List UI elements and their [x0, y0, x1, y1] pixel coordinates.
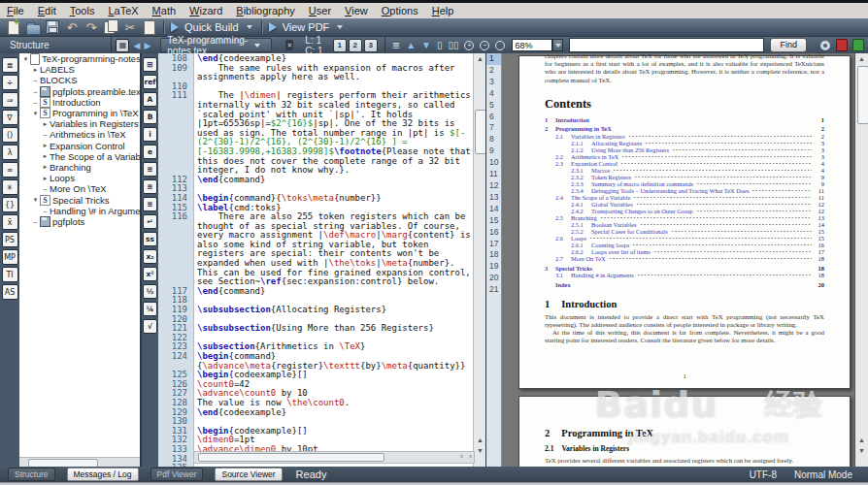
structure-tree-item[interactable]: ▾SSpecial Tricks — [19, 194, 140, 205]
pdf-page-number-1[interactable]: 1 — [486, 53, 501, 65]
menu-item-user[interactable]: User — [302, 5, 338, 16]
pdf-page-number-7[interactable]: 7 — [486, 122, 501, 134]
dfrac-icon[interactable]: ¼ — [143, 302, 157, 316]
toc-entry[interactable]: 2.3.3Summary of macro definition command… — [545, 180, 824, 187]
quick-build-run-icon[interactable] — [171, 22, 179, 32]
tikz-icon[interactable]: TI — [2, 267, 18, 282]
toc-entry[interactable]: 2.3.4Debugging Tools – Understanding and… — [545, 187, 824, 194]
pdf-vscroll-thumb[interactable] — [857, 66, 868, 124]
tabular-icon[interactable]: ⊞ — [143, 57, 157, 72]
quick-build-dropdown-icon[interactable] — [247, 25, 252, 29]
pdf-page-number-13[interactable]: 13 — [486, 192, 501, 204]
greek-letters-icon[interactable]: λ — [2, 145, 18, 160]
editor-horizontal-scrollbar[interactable]: ‹ › — [193, 451, 475, 464]
next-document-icon[interactable]: ▶ — [144, 41, 150, 50]
toc-entry[interactable]: 2.1.1Allocating Registers3 — [545, 140, 824, 146]
acrobat-icon[interactable] — [836, 39, 848, 51]
pdf-page-number-2[interactable]: 2 — [486, 65, 501, 77]
pdf-page-number-5[interactable]: 5 — [486, 100, 501, 112]
collapse-icon[interactable]: ▾ — [31, 110, 40, 117]
tab-dropdown-icon[interactable] — [254, 44, 260, 48]
toc-entry[interactable]: 2.5.1Boolean Variables14 — [545, 221, 824, 228]
editor-vertical-scrollbar[interactable]: ▲ ▲ ▼ — [473, 53, 485, 467]
scroll-left-icon[interactable]: ‹ — [460, 452, 463, 462]
panel-toggle-structure[interactable]: Structure — [8, 468, 55, 481]
pdf-page-number-3[interactable]: 3 — [486, 77, 501, 88]
align-center-icon[interactable]: ≡ — [143, 179, 157, 194]
pdf-search-input[interactable] — [569, 38, 764, 52]
pdf-page-number-11[interactable]: 11 — [486, 169, 501, 180]
pdf-page-number-8[interactable]: 8 — [486, 134, 501, 146]
scroll-down-icon[interactable]: ▼ — [855, 445, 868, 456]
redo-icon[interactable]: ↷ — [83, 19, 100, 35]
menu-item-edit[interactable]: Edit — [31, 5, 63, 16]
new-document-icon[interactable]: + — [5, 19, 22, 35]
pdf-page-number-9[interactable]: 9 — [486, 146, 501, 157]
pdf-page-number-10[interactable]: 10 — [486, 157, 501, 169]
editor-hscroll-thumb[interactable] — [198, 453, 384, 462]
undo-icon[interactable]: ↶ — [63, 19, 81, 35]
paste-icon[interactable] — [141, 19, 158, 35]
structure-tree-item[interactable]: ▸LABELS — [19, 64, 140, 75]
toc-entry[interactable]: 2.5.2Special Cases for Conditionals15 — [545, 228, 824, 235]
bookmark-1-icon[interactable]: 1 — [333, 39, 347, 52]
pdf-page-number-4[interactable]: 4 — [486, 88, 501, 100]
italic-icon[interactable]: i — [143, 127, 157, 142]
emphasis-icon[interactable]: e — [143, 145, 157, 159]
expand-icon[interactable]: ▸ — [41, 175, 50, 182]
special-symbols-icon[interactable]: ✳ — [2, 179, 18, 195]
metapost-icon[interactable]: MP — [2, 249, 18, 265]
documents-grid-icon[interactable]: ▦ — [116, 39, 129, 52]
drag-zoom-icon[interactable] — [495, 41, 505, 50]
structure-tree-item[interactable]: ▸Variables in Registers — [19, 118, 140, 129]
view-pdf-dropdown-icon[interactable] — [337, 25, 343, 29]
arrow-symbols-icon[interactable]: ⇒ — [2, 92, 18, 108]
toc-entry[interactable]: 2.4The Scope of a Variable11 — [545, 194, 824, 201]
bold-icon[interactable]: B — [143, 110, 157, 124]
save-icon[interactable] — [44, 19, 61, 35]
pdf-page-number-14[interactable]: 14 — [486, 204, 501, 215]
structure-tree-item[interactable]: –pgfplots.preamble.tex — [19, 86, 140, 97]
single-page-icon[interactable]: ▯ — [437, 40, 443, 50]
toc-entry[interactable]: 3.1Handling # in Arguments18 — [545, 272, 824, 278]
pdf-page-number-19[interactable]: 19 — [486, 261, 501, 273]
bookmark-2-icon[interactable]: 2 — [349, 39, 362, 52]
panel-toggle-messages-log[interactable]: Messages / Log — [67, 468, 139, 481]
collapse-icon[interactable]: ▾ — [21, 55, 30, 63]
scroll-right-icon[interactable]: › — [469, 452, 472, 462]
source-editor[interactable]: 108\end{codeexample}109 The same rules w… — [158, 53, 485, 467]
menu-item-tools[interactable]: Tools — [63, 5, 102, 16]
toc-entry[interactable]: 2.1.2Using More than 256 Registers3 — [545, 146, 824, 153]
pstricks-icon[interactable]: PS — [2, 232, 18, 247]
menu-item-help[interactable]: Help — [425, 5, 461, 16]
asymptote-icon[interactable]: AS — [2, 284, 18, 300]
structure-tree-item[interactable]: ▾SProgramming in \TeX — [19, 108, 140, 118]
toc-entry[interactable]: 2.4.1Global Variables12 — [545, 201, 824, 208]
delimiters-icon[interactable]: () — [2, 127, 18, 143]
toc-entry[interactable]: Index20 — [545, 281, 824, 288]
menu-item-bibliography[interactable]: Bibliography — [229, 5, 302, 16]
subscript-icon[interactable]: x₂ — [143, 249, 157, 264]
structure-tree-item[interactable]: –Handling \# in Arguments — [19, 206, 140, 216]
structure-tree-item[interactable]: –BLOCKS — [19, 75, 140, 85]
toc-entry[interactable]: 2.6.1Counting loops16 — [545, 242, 824, 248]
bookmark-3-icon[interactable]: 3 — [364, 39, 378, 52]
structure-tree-item[interactable]: ▸Loops — [19, 173, 140, 183]
toc-entry[interactable]: 2.1Variables in Registers2 — [545, 133, 824, 140]
toc-entry[interactable]: 2.6.2Loops over list of items17 — [545, 248, 824, 255]
scroll-up-icon[interactable]: ▲ — [474, 435, 485, 445]
view-pdf-run-icon[interactable] — [269, 22, 277, 32]
open-file-icon[interactable] — [24, 19, 42, 35]
toc-entry[interactable]: 2.2Arithmetics in TeX3 — [545, 153, 824, 160]
view-pdf-label[interactable]: View PDF — [283, 21, 330, 33]
pdf-page-number-16[interactable]: 16 — [486, 227, 501, 239]
expand-icon[interactable]: ▸ — [41, 120, 50, 128]
smallcaps-icon[interactable]: ss — [143, 232, 157, 246]
expand-icon[interactable]: ▸ — [41, 163, 50, 171]
structure-tree-item[interactable]: ▾TeX-programming-notes.te — [19, 53, 140, 64]
panel-toggle-source-viewer[interactable]: Source Viewer — [215, 468, 282, 481]
ghostscript-icon[interactable] — [852, 39, 864, 51]
zoom-level-input[interactable] — [512, 39, 552, 51]
zoom-out-icon[interactable]: − — [480, 41, 489, 50]
menu-item-file[interactable]: File — [0, 5, 31, 16]
